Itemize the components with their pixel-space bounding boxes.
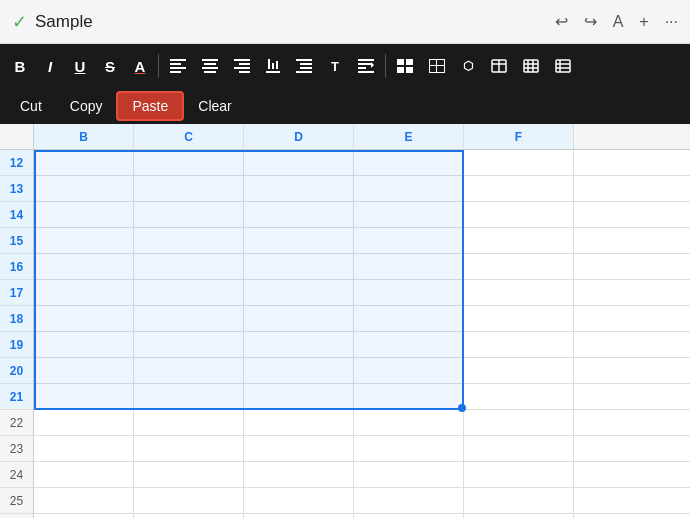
fill-color-button[interactable]: ⬡ [454,55,482,77]
cell-d25[interactable] [244,488,354,513]
more-options-icon[interactable]: ··· [665,13,678,31]
cell-f15[interactable] [464,228,574,253]
borders-button[interactable] [422,55,452,77]
row-header-23[interactable]: 23 [0,436,33,462]
col-header-e[interactable]: E [354,124,464,149]
row-header-13[interactable]: 13 [0,176,33,202]
cell-b22[interactable] [34,410,134,435]
cell-c24[interactable] [134,462,244,487]
row-header-14[interactable]: 14 [0,202,33,228]
cell-c21[interactable] [134,384,244,409]
cell-b21[interactable] [34,384,134,409]
cell-e12[interactable] [354,150,464,175]
cell-d13[interactable] [244,176,354,201]
table-row[interactable] [34,254,690,280]
cell-f18[interactable] [464,306,574,331]
cell-e21[interactable] [354,384,464,409]
cell-b24[interactable] [34,462,134,487]
row-header-25[interactable]: 25 [0,488,33,514]
table-row[interactable] [34,410,690,436]
formula-button[interactable] [516,55,546,77]
clear-button[interactable]: Clear [184,93,245,119]
cell-c20[interactable] [134,358,244,383]
cell-c13[interactable] [134,176,244,201]
cell-b19[interactable] [34,332,134,357]
table-row[interactable] [34,488,690,514]
strikethrough-button[interactable]: S [96,54,124,79]
cell-e26[interactable] [354,514,464,518]
cell-c17[interactable] [134,280,244,305]
row-header-22[interactable]: 22 [0,410,33,436]
cell-b16[interactable] [34,254,134,279]
table-row[interactable] [34,176,690,202]
align-left-button[interactable] [163,55,193,77]
text-format-icon[interactable]: A [613,13,624,31]
cell-e15[interactable] [354,228,464,253]
cell-d23[interactable] [244,436,354,461]
col-header-c[interactable]: C [134,124,244,149]
cell-f13[interactable] [464,176,574,201]
row-header-12[interactable]: 12 [0,150,33,176]
table-row[interactable] [34,384,690,410]
cell-b17[interactable] [34,280,134,305]
paste-button[interactable]: Paste [116,91,184,121]
cell-e18[interactable] [354,306,464,331]
cell-e24[interactable] [354,462,464,487]
merge-cells-button[interactable] [390,55,420,77]
cell-c18[interactable] [134,306,244,331]
cell-b13[interactable] [34,176,134,201]
cell-f23[interactable] [464,436,574,461]
cell-e22[interactable] [354,410,464,435]
cell-f14[interactable] [464,202,574,227]
cell-f16[interactable] [464,254,574,279]
cell-d16[interactable] [244,254,354,279]
cell-d14[interactable] [244,202,354,227]
text-wrap-button[interactable]: T [321,55,349,78]
table-row[interactable] [34,436,690,462]
cell-c23[interactable] [134,436,244,461]
cell-f17[interactable] [464,280,574,305]
cell-d19[interactable] [244,332,354,357]
table-row[interactable] [34,150,690,176]
row-header-17[interactable]: 17 [0,280,33,306]
italic-button[interactable]: I [36,54,64,79]
chart-button[interactable] [548,55,578,77]
cell-c15[interactable] [134,228,244,253]
row-header-20[interactable]: 20 [0,358,33,384]
wrap-text-button[interactable] [351,55,381,77]
row-header-26[interactable]: 26 [0,514,33,518]
font-color-button[interactable]: A [126,54,154,79]
cell-c12[interactable] [134,150,244,175]
copy-button[interactable]: Copy [56,93,117,119]
cell-e19[interactable] [354,332,464,357]
indent-button[interactable] [289,55,319,77]
row-header-15[interactable]: 15 [0,228,33,254]
table-row[interactable] [34,514,690,518]
cell-d15[interactable] [244,228,354,253]
cell-f19[interactable] [464,332,574,357]
cell-e16[interactable] [354,254,464,279]
cut-button[interactable]: Cut [6,93,56,119]
underline-button[interactable]: U [66,54,94,79]
col-header-d[interactable]: D [244,124,354,149]
cell-b26[interactable] [34,514,134,518]
cell-b20[interactable] [34,358,134,383]
cell-c19[interactable] [134,332,244,357]
bold-button[interactable]: B [6,54,34,79]
redo-icon[interactable]: ↪ [584,12,597,31]
cell-f21[interactable] [464,384,574,409]
table-row[interactable] [34,358,690,384]
valign-bottom-button[interactable] [259,55,287,77]
cell-d26[interactable] [244,514,354,518]
cell-c26[interactable] [134,514,244,518]
row-header-16[interactable]: 16 [0,254,33,280]
table-row[interactable] [34,202,690,228]
insert-table-button[interactable] [484,55,514,77]
cell-e17[interactable] [354,280,464,305]
cell-f25[interactable] [464,488,574,513]
row-header-21[interactable]: 21 [0,384,33,410]
cell-b25[interactable] [34,488,134,513]
table-row[interactable] [34,462,690,488]
cell-c16[interactable] [134,254,244,279]
add-icon[interactable]: + [639,13,648,31]
